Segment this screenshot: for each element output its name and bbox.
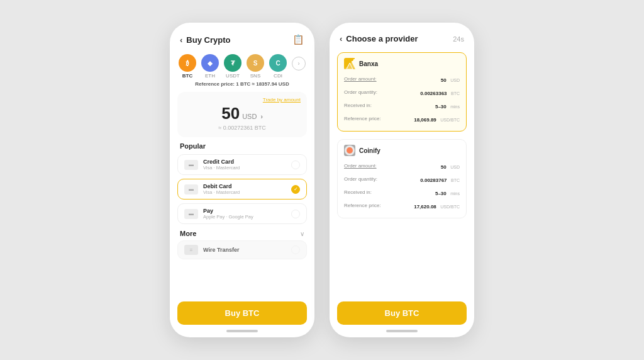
debit-card-icon: ▬ (184, 184, 198, 194)
btc-icon: ₿ (179, 54, 196, 72)
tab-sns[interactable]: S SNS (247, 54, 264, 79)
tab-cdi[interactable]: C CDI (269, 54, 287, 79)
popular-section-title: Popular (170, 137, 314, 152)
provider-coinify[interactable]: Coinify Order amount: 50 USD Order quant… (337, 139, 467, 218)
coinify-ref-price-unit: USD/BTC (440, 205, 460, 209)
chevron-down-icon: ∨ (300, 230, 304, 237)
banxa-order-qty-value: 0.00263363 (420, 91, 447, 96)
home-indicator-right (386, 330, 418, 332)
more-section[interactable]: More ∨ (170, 226, 314, 239)
coinify-received-unit: mins (450, 191, 460, 196)
amount-arrow-icon: › (260, 113, 262, 120)
svg-point-3 (347, 147, 353, 154)
coinify-order-amount-label: Order amount: (344, 163, 377, 169)
right-back-nav[interactable]: ‹ Choose a provider (340, 34, 418, 43)
coinify-order-qty-value: 0.00283767 (420, 177, 447, 183)
tab-eth[interactable]: ◆ ETH (201, 54, 219, 79)
sns-icon: S (247, 54, 264, 72)
left-back-nav[interactable]: ‹ Buy Crypto (180, 35, 230, 45)
banxa-order-qty-label: Order quantity: (344, 89, 377, 95)
right-title: Choose a provider (346, 34, 418, 43)
provider-banxa[interactable]: Banxa Order amount: 50 USD Order quantit… (337, 52, 467, 132)
btc-label: BTC (182, 73, 192, 79)
buy-btc-button-left[interactable]: Buy BTC (177, 301, 307, 325)
coinify-order-qty-row: Order quantity: 0.00283767 BTC (344, 173, 460, 184)
eth-label: ETH (205, 73, 215, 79)
coinify-received-row: Received in: 5–30 mins (344, 186, 460, 198)
credit-card-check (291, 160, 300, 169)
debit-card-text: Debit Card Visa · Mastercard (203, 183, 286, 195)
home-indicator-left (226, 330, 258, 332)
payment-credit-card[interactable]: ▬ Credit Card Visa · Mastercard (177, 154, 307, 175)
coinify-ref-price-row: Reference price: 17,620.08 USD/BTC (344, 200, 460, 211)
coinify-ref-price-label: Reference price: (344, 203, 381, 208)
banxa-ref-price-unit: USD/BTC (440, 118, 460, 122)
banxa-ref-price-row: Reference price: 18,069.89 USD/BTC (344, 113, 460, 124)
banxa-ref-price-value: 18,069.89 (414, 117, 436, 123)
right-back-icon: ‹ (340, 34, 342, 43)
right-phone: ‹ Choose a provider 24s Banxa (330, 23, 474, 337)
credit-card-text: Credit Card Visa · Mastercard (203, 159, 286, 171)
left-header: ‹ Buy Crypto 📋 (170, 23, 314, 50)
tab-btc[interactable]: ₿ BTC (179, 54, 196, 79)
pay-text: Pay Apple Pay · Google Pay (203, 208, 286, 220)
debit-card-check: ✓ (291, 185, 300, 194)
more-title: More (180, 230, 196, 237)
wire-check (291, 245, 300, 254)
amount-display[interactable]: 50 USD › (184, 104, 301, 123)
coinify-name: Coinify (359, 147, 380, 154)
eth-icon: ◆ (201, 54, 219, 72)
cdi-label: CDI (274, 73, 282, 79)
more-crypto-button[interactable]: › (292, 57, 306, 70)
coinify-order-amount-row: Order amount: 50 USD (344, 160, 460, 171)
coinify-order-qty-unit: BTC (451, 178, 460, 183)
buy-btc-button-right[interactable]: Buy BTC (337, 301, 467, 325)
coinify-received-value: 5–30 (435, 191, 447, 196)
banxa-order-qty-unit: BTC (451, 91, 460, 96)
banxa-order-amount-row: Order amount: 50 USD (344, 73, 460, 84)
back-arrow-icon: ‹ (180, 35, 182, 45)
tab-usdt[interactable]: ₮ USDT (224, 54, 242, 79)
usdt-label: USDT (226, 73, 240, 79)
pay-sub: Apple Pay · Google Pay (203, 214, 286, 220)
payment-debit-card[interactable]: ▬ Debit Card Visa · Mastercard ✓ (177, 179, 307, 200)
pay-check (291, 210, 300, 218)
sns-label: SNS (250, 73, 260, 79)
debit-card-name: Debit Card (203, 183, 286, 189)
payment-wire-transfer[interactable]: ≡ Wire Transfer (177, 240, 307, 259)
pay-icon: ▬ (184, 209, 198, 219)
wire-text: Wire Transfer (203, 247, 286, 253)
coinify-order-amount-value: 50 (441, 164, 447, 170)
banxa-header: Banxa (344, 58, 460, 69)
wire-name: Wire Transfer (203, 247, 286, 253)
trade-by-amount-link[interactable]: Trade by amount (263, 97, 301, 103)
coinify-order-amount-unit: USD (450, 165, 460, 169)
coinify-received-label: Received in: (344, 189, 372, 195)
banxa-order-amount-label: Order amount: (344, 76, 377, 82)
banxa-received-label: Received in: (344, 103, 372, 108)
left-phone: ‹ Buy Crypto 📋 ₿ BTC ◆ ETH ₮ (170, 23, 314, 337)
amount-area: Trade by amount 50 USD › ≈ 0.00272361 BT… (177, 92, 307, 137)
banxa-order-amount-value: 50 (441, 77, 447, 83)
usdt-icon: ₮ (224, 54, 242, 72)
cdi-icon: C (269, 54, 287, 72)
banxa-received-value: 5–30 (435, 104, 447, 110)
banxa-received-row: Received in: 5–30 mins (344, 99, 460, 111)
banxa-icon (344, 58, 355, 69)
banxa-order-amount-unit: USD (450, 78, 460, 82)
credit-card-icon: ▬ (184, 160, 198, 170)
wire-icon: ≡ (184, 245, 198, 255)
coinify-ref-price-value: 17,620.08 (414, 204, 436, 210)
pay-name: Pay (203, 208, 286, 214)
crypto-tab-bar: ₿ BTC ◆ ETH ₮ USDT S SNS C CDI (170, 50, 314, 80)
amount-equiv: ≈ 0.00272361 BTC (184, 125, 301, 131)
clipboard-icon[interactable]: 📋 (292, 34, 304, 45)
right-header: ‹ Choose a provider 24s (330, 23, 474, 48)
banxa-order-qty-row: Order quantity: 0.00263363 BTC (344, 86, 460, 98)
amount-number: 50 (221, 104, 240, 123)
banxa-ref-price-label: Reference price: (344, 116, 381, 121)
debit-card-sub: Visa · Mastercard (203, 189, 286, 195)
credit-card-name: Credit Card (203, 159, 286, 165)
timer-display: 24s (453, 35, 464, 43)
payment-pay[interactable]: ▬ Pay Apple Pay · Google Pay (177, 203, 307, 224)
